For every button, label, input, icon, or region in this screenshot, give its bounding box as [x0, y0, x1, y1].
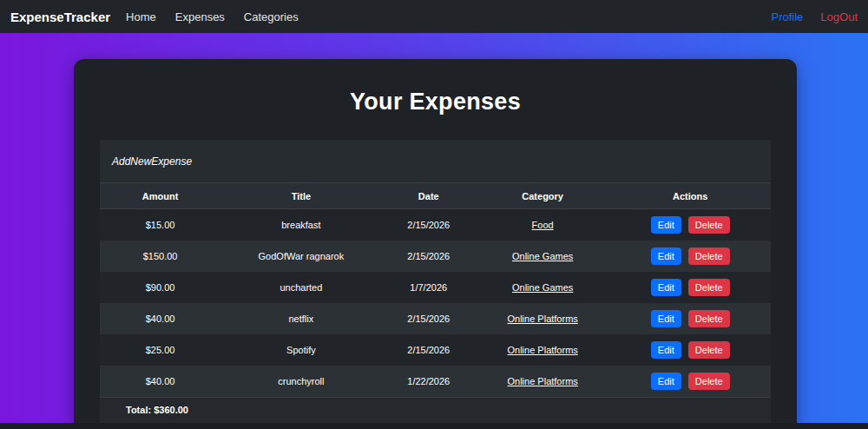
- cell-actions: Edit Delete: [609, 209, 771, 241]
- cell-amount: $40.00: [100, 303, 220, 334]
- edit-button[interactable]: Edit: [651, 310, 681, 327]
- cell-amount: $150.00: [100, 241, 220, 272]
- delete-button[interactable]: Delete: [688, 248, 730, 265]
- cell-title: crunchyroll: [220, 366, 382, 397]
- delete-button[interactable]: Delete: [688, 279, 730, 296]
- category-link[interactable]: Online Games: [512, 282, 573, 293]
- cell-category: Online Platforms: [476, 366, 610, 397]
- add-expense-row: AddNewExpense: [100, 140, 771, 182]
- nav-link-logout[interactable]: LogOut: [820, 10, 858, 23]
- cell-title: uncharted: [220, 272, 382, 303]
- cell-amount: $40.00: [100, 366, 220, 397]
- cell-amount: $25.00: [100, 334, 220, 366]
- cell-title: GodOfWar ragnarok: [220, 241, 382, 272]
- nav-link-expenses[interactable]: Expenses: [175, 10, 225, 23]
- cell-actions: Edit Delete: [609, 366, 771, 397]
- expenses-panel: AddNewExpense Amount Title Date Category…: [100, 140, 771, 423]
- cell-title: netflix: [220, 303, 382, 334]
- cell-category: Online Platforms: [476, 303, 610, 334]
- cell-category: Online Platforms: [476, 334, 610, 366]
- top-navbar: ExpenseTracker Home Expenses Categories …: [0, 0, 868, 33]
- cell-actions: Edit Delete: [609, 272, 771, 303]
- cell-amount: $15.00: [100, 209, 220, 241]
- expense-table-body: $15.00 breakfast 2/15/2026 Food Edit Del…: [100, 209, 771, 397]
- category-link[interactable]: Food: [532, 220, 554, 230]
- navbar-right: Profile LogOut: [771, 10, 858, 23]
- nav-link-home[interactable]: Home: [126, 10, 156, 23]
- table-row: $150.00 GodOfWar ragnarok 2/15/2026 Onli…: [100, 241, 771, 272]
- page-title: Your Expenses: [74, 59, 797, 140]
- header-date: Date: [382, 183, 476, 209]
- header-actions: Actions: [609, 183, 771, 209]
- cell-date: 2/15/2026: [382, 334, 476, 366]
- header-category: Category: [476, 183, 610, 209]
- edit-button[interactable]: Edit: [651, 248, 681, 265]
- cell-date: 2/15/2026: [382, 241, 476, 272]
- cell-amount: $90.00: [100, 272, 220, 303]
- cell-category: Online Games: [476, 272, 610, 303]
- category-link[interactable]: Online Games: [512, 251, 573, 261]
- cell-date: 2/15/2026: [382, 209, 476, 241]
- category-link[interactable]: Online Platforms: [508, 376, 578, 386]
- brand-logo[interactable]: ExpenseTracker: [10, 10, 110, 24]
- add-new-expense-link[interactable]: AddNewExpense: [112, 155, 192, 168]
- nav-link-categories[interactable]: Categories: [244, 10, 299, 23]
- delete-button[interactable]: Delete: [688, 373, 730, 390]
- edit-button[interactable]: Edit: [651, 341, 681, 359]
- cell-title: Spotify: [220, 334, 382, 366]
- cell-title: breakfast: [220, 209, 382, 241]
- nav-link-profile[interactable]: Profile: [771, 10, 803, 23]
- footer-strip: [0, 423, 868, 429]
- delete-button[interactable]: Delete: [688, 310, 730, 327]
- page-background: Your Expenses AddNewExpense Amount Title…: [0, 33, 868, 423]
- table-row: $25.00 Spotify 2/15/2026 Online Platform…: [100, 334, 771, 366]
- cell-actions: Edit Delete: [609, 303, 771, 334]
- cell-category: Food: [476, 209, 610, 241]
- cell-date: 1/22/2026: [382, 366, 476, 397]
- table-row: $40.00 crunchyroll 1/22/2026 Online Plat…: [100, 366, 771, 397]
- category-link[interactable]: Online Platforms: [508, 314, 578, 324]
- cell-category: Online Games: [476, 241, 610, 272]
- edit-button[interactable]: Edit: [651, 373, 681, 390]
- header-amount: Amount: [100, 183, 220, 209]
- table-header-row: Amount Title Date Category Actions: [100, 183, 771, 209]
- header-title: Title: [220, 183, 382, 209]
- total-row: Total: $360.00: [100, 397, 771, 423]
- delete-button[interactable]: Delete: [688, 341, 730, 359]
- delete-button[interactable]: Delete: [688, 216, 730, 234]
- cell-date: 1/7/2026: [382, 272, 476, 303]
- table-row: $90.00 uncharted 1/7/2026 Online Games E…: [100, 272, 771, 303]
- edit-button[interactable]: Edit: [651, 216, 681, 234]
- edit-button[interactable]: Edit: [651, 279, 681, 296]
- category-link[interactable]: Online Platforms: [508, 345, 578, 355]
- table-row: $40.00 netflix 2/15/2026 Online Platform…: [100, 303, 771, 334]
- table-row: $15.00 breakfast 2/15/2026 Food Edit Del…: [100, 209, 771, 241]
- expenses-table: Amount Title Date Category Actions $15.0…: [100, 182, 771, 397]
- expenses-card: Your Expenses AddNewExpense Amount Title…: [74, 59, 797, 423]
- cell-date: 2/15/2026: [382, 303, 476, 334]
- cell-actions: Edit Delete: [609, 241, 771, 272]
- cell-actions: Edit Delete: [609, 334, 771, 366]
